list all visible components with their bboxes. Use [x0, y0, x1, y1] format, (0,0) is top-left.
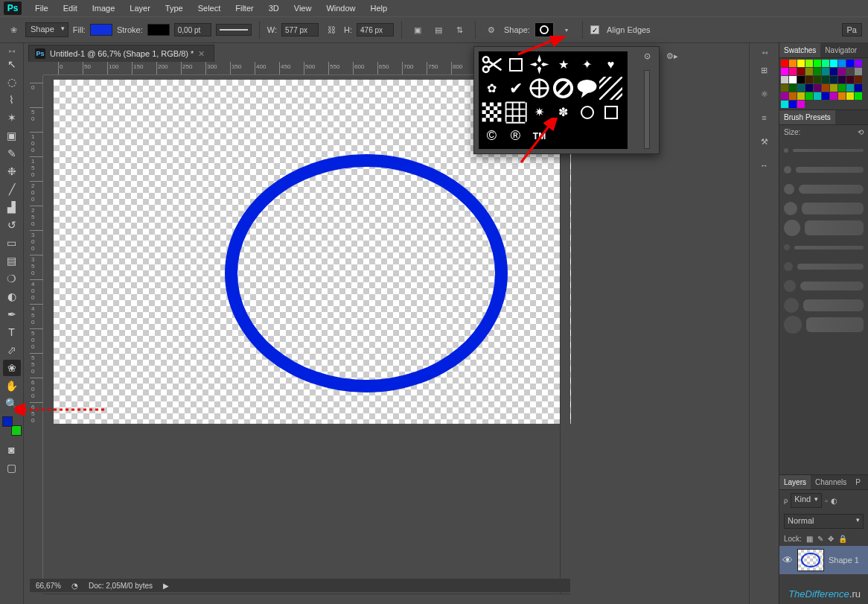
shape-thumb[interactable]: ✔ [504, 77, 527, 100]
shape-thumb[interactable]: © [480, 124, 503, 147]
shape-thumb[interactable] [599, 101, 622, 124]
brush-tool[interactable]: ╱ [3, 181, 21, 197]
shape-thumb[interactable] [552, 77, 575, 100]
menu-window[interactable]: Window [319, 1, 363, 15]
gear-icon[interactable]: ⚙ [483, 22, 500, 38]
brush-preset-item[interactable] [784, 179, 864, 199]
visibility-icon[interactable]: 👁 [782, 554, 793, 566]
swatch[interactable] [797, 84, 805, 92]
eyedropper-tool[interactable]: ✎ [3, 145, 21, 162]
document-tab[interactable]: Ps Untitled-1 @ 66,7% (Shape 1, RGB/8) *… [28, 45, 214, 62]
brush-preset-item[interactable] [784, 296, 864, 315]
swatch[interactable] [838, 92, 846, 100]
quickmask-tool[interactable]: ◙ [3, 442, 21, 458]
lock-move-icon[interactable]: ✥ [828, 535, 834, 543]
menu-image[interactable]: Image [85, 1, 123, 15]
swatch[interactable] [846, 68, 854, 75]
swatch[interactable] [830, 76, 837, 83]
filter-img-icon[interactable]: ▫ [825, 497, 828, 505]
layer-name[interactable]: Shape 1 [829, 556, 859, 565]
eraser-tool[interactable]: ▭ [3, 235, 21, 251]
menu-3d[interactable]: 3D [261, 1, 287, 15]
crop-tool[interactable]: ▣ [3, 127, 21, 144]
layer-kind-select[interactable]: Kind [791, 493, 822, 508]
popup-dropdown-icon[interactable]: ⊙ [644, 51, 651, 61]
heal-tool[interactable]: ❉ [3, 163, 21, 179]
layer-row[interactable]: 👁 Shape 1 [779, 546, 868, 574]
swatch[interactable] [781, 92, 788, 100]
swatch[interactable] [781, 60, 788, 67]
rail-icon-3[interactable]: ≡ [755, 108, 774, 127]
menu-layer[interactable]: Layer [122, 1, 158, 15]
stroke-style-select[interactable] [216, 24, 252, 36]
swatch[interactable] [814, 60, 821, 67]
filter-adj-icon[interactable]: ◐ [831, 497, 837, 505]
blend-mode-select[interactable]: Normal [784, 514, 864, 529]
swatch[interactable] [781, 76, 788, 83]
rail-icon-4[interactable]: ⚒ [755, 132, 774, 151]
stroke-swatch[interactable] [147, 24, 170, 36]
swatch[interactable] [846, 92, 854, 100]
swatch[interactable] [822, 68, 829, 75]
rail-icon-1[interactable]: ⊞ [755, 60, 774, 80]
swatch[interactable] [805, 68, 813, 75]
swatch[interactable] [814, 76, 821, 83]
brush-list[interactable] [779, 139, 868, 336]
shape-thumb[interactable]: ® [504, 124, 527, 147]
shape-thumb[interactable]: TM [528, 124, 551, 147]
status-icon[interactable]: ◔ [71, 582, 78, 590]
brush-preset-item[interactable] [784, 238, 864, 257]
stroke-width-input[interactable] [174, 23, 211, 36]
brush-preset-item[interactable] [784, 276, 864, 296]
shape-thumb[interactable] [575, 101, 599, 124]
rail-icon-5[interactable]: ↔ [755, 156, 774, 175]
stamp-tool[interactable]: ▟ [3, 199, 21, 215]
layer-thumbnail[interactable] [797, 549, 824, 571]
swatch[interactable] [781, 84, 788, 92]
rail-icon-2[interactable]: ⚛ [755, 84, 774, 104]
swatch[interactable] [855, 68, 862, 75]
shape-thumb[interactable] [528, 53, 551, 76]
hand-tool[interactable]: ✋ [3, 378, 21, 394]
tab-swatches[interactable]: Swatches [779, 43, 820, 57]
swatch[interactable] [797, 60, 805, 67]
path-combine-icon[interactable]: ▣ [409, 22, 426, 38]
history-brush-tool[interactable]: ↺ [3, 217, 21, 233]
lock-brush-icon[interactable]: ✎ [817, 535, 823, 543]
dodge-tool[interactable]: ◐ [3, 288, 21, 305]
swatch[interactable] [830, 68, 837, 75]
swatch[interactable] [822, 60, 829, 67]
tool-mode-select[interactable]: Shape [25, 22, 68, 37]
brush-preset-item[interactable] [784, 257, 864, 276]
swatch[interactable] [797, 92, 805, 100]
menu-help[interactable]: Help [363, 1, 395, 15]
tab-paths[interactable]: P [851, 475, 865, 489]
reset-icon[interactable]: ⟲ [858, 128, 864, 136]
menu-file[interactable]: File [28, 1, 56, 15]
shape-thumb[interactable]: ✦ [575, 53, 599, 76]
brush-preset-item[interactable] [784, 160, 864, 179]
swatch[interactable] [805, 60, 813, 67]
move-tool[interactable]: ↖ [3, 56, 21, 72]
swatch[interactable] [789, 101, 797, 108]
shape-picker[interactable] [534, 22, 554, 37]
swatch[interactable] [838, 76, 846, 83]
swatch[interactable] [814, 84, 821, 92]
swatch[interactable] [781, 101, 788, 108]
shape-thumb[interactable] [575, 77, 599, 100]
blur-tool[interactable]: ❍ [3, 270, 21, 287]
path-align-icon[interactable]: ▤ [430, 22, 447, 38]
swatch[interactable] [789, 60, 797, 67]
swatch[interactable] [822, 92, 829, 100]
link-wh-icon[interactable]: ⛓ [323, 22, 339, 38]
brush-preset-item[interactable] [784, 218, 864, 238]
swatch[interactable] [789, 76, 797, 83]
swatch[interactable] [814, 92, 821, 100]
shape-thumb[interactable] [480, 53, 503, 76]
swatch[interactable] [830, 84, 837, 92]
screenmode-tool[interactable]: ▢ [3, 460, 21, 476]
doc-size[interactable]: Doc: 2,05M/0 bytes [89, 582, 153, 590]
pen-tool[interactable]: ✒ [3, 306, 21, 322]
close-tab-icon[interactable]: ✕ [198, 49, 205, 59]
type-tool[interactable]: T [3, 324, 21, 340]
